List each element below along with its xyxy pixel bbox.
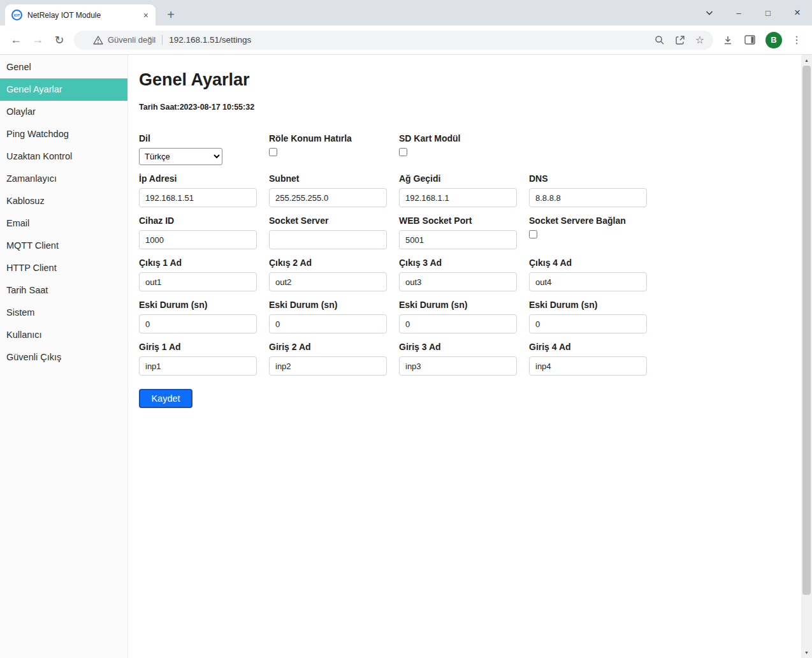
device-id-input[interactable] [139,230,257,249]
field-role-konum-hatirla: Röle Konum Hatırla [269,133,399,165]
field-cihaz-id: Cihaz ID [139,216,269,249]
sidebar-item-ping-watchdog[interactable]: Ping Watchdog [0,123,127,145]
tab-strip: IOT NetRelay IOT Module × + – □ × [0,0,812,26]
prev-state4-input[interactable] [529,314,647,333]
bookmark-star-icon[interactable]: ☆ [695,34,704,46]
role-konum-hatirla-label: Röle Konum Hatırla [269,133,399,143]
socket-servere-baglan-label: Socket Servere Bağlan [529,216,659,226]
giris4-label: Giriş 4 Ad [529,342,659,352]
sidebar-item-http-client[interactable]: HTTP Client [0,257,127,279]
save-button[interactable]: Kaydet [139,389,192,408]
socket-connect-checkbox[interactable] [529,230,537,238]
scroll-up-icon[interactable]: ▲ [801,55,812,66]
minimize-button[interactable]: – [724,0,753,26]
sd-card-checkbox[interactable] [399,148,407,156]
field-eski-durum2: Eski Durum (sn) [269,300,399,333]
cikis2-label: Çıkış 2 Ad [269,258,399,268]
sidebar-item-mqtt-client[interactable]: MQTT Client [0,235,127,257]
search-icon[interactable] [655,35,665,45]
input1-name-input[interactable] [139,356,257,376]
output1-name-input[interactable] [139,272,257,291]
web-socket-port-label: WEB Socket Port [399,216,529,226]
sidebar-item-tarih-saat[interactable]: Tarih Saat [0,279,127,302]
sidebar-item-sistem[interactable]: Sistem [0,302,127,324]
menu-kebab-icon[interactable]: ⋮ [792,34,802,46]
sidebar-item-zamanlayici[interactable]: Zamanlayıcı [0,168,127,190]
browser-window: IOT NetRelay IOT Module × + – □ × ← → ↻ … [0,0,812,658]
subnet-label: Subnet [269,173,399,184]
settings-main: Genel Ayarlar Tarih Saat:2023-08-17 10:5… [128,55,812,658]
empty-cell [529,133,659,165]
giris3-label: Giriş 3 Ad [399,342,529,352]
field-cikis3: Çıkış 3 Ad [399,258,529,291]
page-scrollbar[interactable]: ▲ ▼ [801,55,812,658]
forward-button[interactable]: → [28,31,47,50]
dil-label: Dil [139,133,269,143]
sidebar-item-kullanici[interactable]: Kullanıcı [0,324,127,346]
field-giris3: Giriş 3 Ad [399,342,529,376]
sidebar-item-genel-ayarlar[interactable]: Genel Ayarlar [0,78,127,101]
tab-title: NetRelay IOT Module [27,11,140,20]
input4-name-input[interactable] [529,356,647,376]
new-tab-button[interactable]: + [162,6,180,24]
sidebar-item-uzaktan-kontrol[interactable]: Uzaktan Kontrol [0,145,127,168]
share-icon[interactable] [675,35,685,45]
dns-input[interactable] [529,188,647,207]
web-socket-port-input[interactable] [399,230,517,249]
download-icon[interactable] [723,35,733,45]
cikis4-label: Çıkış 4 Ad [529,258,659,268]
maximize-button[interactable]: □ [753,0,783,26]
ip-address-input[interactable] [139,188,257,207]
side-panel-icon[interactable] [744,35,755,45]
output4-name-input[interactable] [529,272,647,291]
field-cikis4: Çıkış 4 Ad [529,258,659,291]
field-cikis2: Çıkış 2 Ad [269,258,399,291]
sidebar-item-email[interactable]: Email [0,212,127,235]
eski-durum4-label: Eski Durum (sn) [529,300,659,310]
site-favicon-icon: IOT [11,10,22,20]
socket-server-input[interactable] [269,230,387,249]
sidebar-item-guvenli-cikis[interactable]: Güvenli Çıkış [0,346,127,369]
sidebar-item-genel[interactable]: Genel [0,56,127,78]
ag-gecidi-label: Ağ Geçidi [399,173,529,184]
ip-adresi-label: İp Adresi [139,173,269,184]
eski-durum2-label: Eski Durum (sn) [269,300,399,310]
address-bar-divider [162,35,163,45]
security-warning-label: Güvenli değil [108,35,156,45]
sidebar-item-kablosuz[interactable]: Kablosuz [0,190,127,212]
field-sd-kart-modul: SD Kart Modül [399,133,529,165]
close-button[interactable]: × [783,0,812,26]
prev-state1-input[interactable] [139,314,257,333]
relay-position-checkbox[interactable] [269,148,277,156]
reload-button[interactable]: ↻ [50,31,69,50]
page-content: Genel Genel Ayarlar Olaylar Ping Watchdo… [0,55,812,658]
field-web-socket-port: WEB Socket Port [399,216,529,249]
scrollbar-thumb[interactable] [802,66,811,595]
browser-toolbar: ← → ↻ Güvenli değil 192.168.1.51/setting… [0,26,812,55]
security-warning-icon[interactable] [93,36,103,45]
browser-tab[interactable]: IOT NetRelay IOT Module × [5,4,156,26]
language-select[interactable]: Türkçe [139,148,222,165]
cihaz-id-label: Cihaz ID [139,216,269,226]
giris2-label: Giriş 2 Ad [269,342,399,352]
input2-name-input[interactable] [269,356,387,376]
tab-close-icon[interactable]: × [140,10,152,20]
input3-name-input[interactable] [399,356,517,376]
scroll-down-icon[interactable]: ▼ [801,647,812,658]
eski-durum1-label: Eski Durum (sn) [139,300,269,310]
subnet-input[interactable] [269,188,387,207]
back-button[interactable]: ← [6,31,25,50]
gateway-input[interactable] [399,188,517,207]
output3-name-input[interactable] [399,272,517,291]
field-eski-durum1: Eski Durum (sn) [139,300,269,333]
window-controls: – □ × [695,0,812,26]
address-bar[interactable]: Güvenli değil 192.168.1.51/settings ☆ [74,31,713,50]
field-cikis1: Çıkış 1 Ad [139,258,269,291]
chevron-down-icon[interactable] [695,0,724,26]
prev-state3-input[interactable] [399,314,517,333]
sidebar-item-olaylar[interactable]: Olaylar [0,101,127,123]
field-giris1: Giriş 1 Ad [139,342,269,376]
profile-avatar[interactable]: B [765,32,782,48]
output2-name-input[interactable] [269,272,387,291]
prev-state2-input[interactable] [269,314,387,333]
